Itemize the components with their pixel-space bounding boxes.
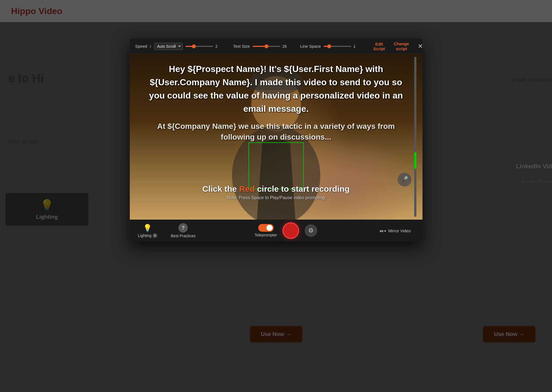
toolbar-left: 💡 Lighting ℹ ? Best Practices	[138, 223, 196, 238]
instruction-prefix: Click the	[202, 184, 239, 193]
toggle-knob	[266, 225, 273, 231]
line-space-value: 1	[353, 44, 360, 49]
mirror-video-button[interactable]: ⏭◀ Mirror Video	[376, 227, 414, 235]
settings-gear-icon: ⚙	[308, 227, 314, 234]
mic-icon: 🎤	[401, 176, 408, 183]
best-practices-label: Best Practices	[171, 234, 196, 238]
speed-value: 2	[215, 44, 222, 49]
speed-slider-track[interactable]	[186, 46, 213, 47]
teleprompter-main-text: Hey ${Prospect Name}! It's ${User.First …	[146, 62, 406, 115]
text-size-group: Text Size 26	[233, 44, 289, 49]
line-space-slider-thumb[interactable]	[327, 44, 331, 48]
mirror-label: Mirror Video	[388, 228, 411, 233]
teleprompter-overlay: Hey ${Prospect Name}! It's ${User.First …	[130, 54, 422, 148]
teleprompter-toggle-label: Teleprompter	[255, 233, 277, 237]
instruction-main-text: Click the Red circle to start recording	[130, 184, 422, 194]
face-detection-box	[249, 142, 304, 189]
lighting-toolbar-item[interactable]: 💡 Lighting ℹ	[138, 224, 157, 238]
lighting-bulb-icon: 💡	[143, 224, 152, 232]
line-space-group: Line Space 1	[300, 44, 360, 49]
lighting-toolbar-label: Lighting ℹ	[138, 233, 157, 238]
speed-slider-container: 2	[186, 44, 222, 49]
auto-scroll-dropdown[interactable]: Auto Scroll	[154, 43, 183, 50]
toolbar-center: Teleprompter ⚙	[196, 222, 376, 239]
speed-slider-thumb[interactable]	[192, 44, 196, 48]
toolbar-right: ⏭◀ Mirror Video	[376, 227, 414, 235]
text-size-slider-container: 26	[253, 44, 289, 49]
bottom-toolbar: 💡 Lighting ℹ ? Best Practices Teleprompt…	[130, 220, 422, 242]
scroll-thumb	[414, 152, 416, 169]
instruction-note-text: Note: Press Space to Play/Pause video pr…	[130, 195, 422, 200]
instruction-red-text: Red	[239, 184, 255, 193]
scroll-indicator	[414, 57, 417, 217]
close-button[interactable]: ✕	[416, 42, 422, 50]
edit-script-button[interactable]: Edit Script	[371, 41, 387, 52]
speed-info: ℹ	[150, 44, 151, 48]
teleprompter-toggle-group: Teleprompter	[255, 224, 277, 237]
instruction-area: Click the Red circle to start recording …	[130, 184, 422, 200]
control-bar: Speed ℹ Auto Scroll 2 Text Size	[130, 39, 422, 54]
line-space-slider-track[interactable]	[324, 46, 351, 47]
text-size-label: Text Size	[233, 44, 250, 49]
text-size-slider-thumb[interactable]	[265, 44, 268, 48]
teleprompter-secondary-text: At ${Company Name} we use this tactic in…	[146, 121, 406, 142]
speed-group: Speed ℹ Auto Scroll 2	[135, 43, 222, 50]
change-script-button[interactable]: Change script	[392, 40, 411, 52]
lighting-info-badge: ℹ	[153, 233, 157, 238]
text-size-slider-track[interactable]	[253, 46, 280, 47]
instruction-suffix: circle to start recording	[255, 184, 350, 193]
video-area: Hey ${Prospect Name}! It's ${User.First …	[130, 54, 422, 220]
teleprompter-toggle-switch[interactable]	[258, 224, 274, 232]
record-button[interactable]	[282, 222, 299, 239]
mic-button[interactable]: 🎤	[398, 173, 411, 186]
speed-label: Speed	[135, 44, 147, 49]
line-space-slider-container: 1	[324, 44, 360, 49]
line-space-label: Line Space	[300, 44, 321, 49]
scroll-track[interactable]	[414, 57, 416, 217]
recorder-modal: Speed ℹ Auto Scroll 2 Text Size	[130, 39, 422, 242]
text-size-value: 26	[282, 44, 289, 49]
settings-button[interactable]: ⚙	[305, 224, 317, 237]
best-practices-toolbar-item[interactable]: ? Best Practices	[171, 223, 196, 238]
best-practices-icon: ?	[178, 223, 188, 233]
mirror-icon: ⏭◀	[380, 228, 386, 233]
